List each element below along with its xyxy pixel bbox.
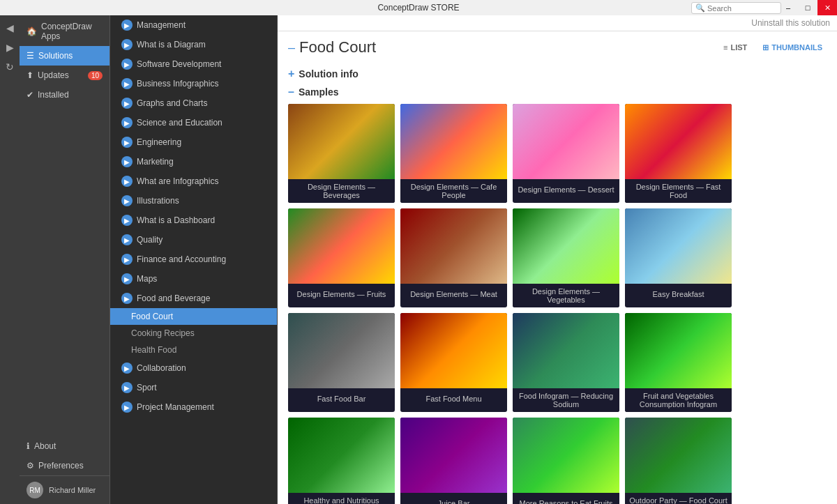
marketing-bullet: ▶ <box>121 156 133 167</box>
tree-item-management[interactable]: ▶ Management <box>110 15 277 35</box>
sidebar-item-solutions[interactable]: ☰ Solutions <box>20 46 110 66</box>
refresh-button[interactable]: ↻ <box>0 57 20 77</box>
solutions-label: Solutions <box>38 51 73 61</box>
science-label: Science and Education <box>137 118 223 128</box>
sidebar-item-preferences[interactable]: ⚙ Preferences <box>20 456 110 475</box>
maps-bullet: ▶ <box>121 273 133 284</box>
what-diagram-bullet: ▶ <box>121 39 133 50</box>
tree-item-business[interactable]: ▶ Business Infographics <box>110 74 277 93</box>
finance-label: Finance and Accounting <box>137 254 226 264</box>
tree-item-sport[interactable]: ▶ Sport <box>110 378 277 397</box>
infographics-bullet: ▶ <box>121 176 133 187</box>
tree-item-what-diagram[interactable]: ▶ What is a Diagram <box>110 35 277 54</box>
tree-item-graphs[interactable]: ▶ Graphs and Charts <box>110 93 277 113</box>
sample-label-outdoor: Outdoor Party — Food Court Area <box>625 493 732 504</box>
samples-toggle[interactable]: – <box>288 86 294 98</box>
collaboration-bullet: ▶ <box>121 362 133 374</box>
sample-card-reasons[interactable]: More Reasons to Eat Fruits <box>513 418 619 504</box>
sample-card-healthy[interactable]: Healthy and Nutritious Pancake Toppings <box>288 418 395 504</box>
tree-item-engineering[interactable]: ▶ Engineering <box>110 132 277 152</box>
tree-item-dashboard[interactable]: ▶ What is a Dashboard <box>110 211 277 230</box>
search-input[interactable] <box>707 4 777 13</box>
project-label: Project Management <box>137 402 214 412</box>
tree-item-collaboration[interactable]: ▶ Collaboration <box>110 358 277 378</box>
sample-card-dessert[interactable]: Design Elements — Dessert <box>513 104 619 203</box>
solution-info-label: Solution info <box>299 68 359 79</box>
forward-button[interactable]: ▶ <box>0 38 20 57</box>
sample-label-people: Design Elements — Cafe People <box>400 179 507 203</box>
tree-child-cooking[interactable]: Cooking Recipes <box>110 325 277 342</box>
tree-child-health[interactable]: Health Food <box>110 342 277 358</box>
sample-card-meat[interactable]: Design Elements — Meat <box>400 208 507 307</box>
sample-thumb-reasons <box>513 418 619 493</box>
cooking-label: Cooking Recipes <box>131 328 195 338</box>
sidebar-item-installed[interactable]: ✔ Installed <box>20 85 110 105</box>
tree-item-science[interactable]: ▶ Science and Education <box>110 113 277 132</box>
business-bullet: ▶ <box>121 78 133 89</box>
about-icon: ℹ <box>27 441 30 451</box>
business-label: Business Infographics <box>137 79 218 89</box>
collapse-title-icon[interactable]: – <box>288 40 295 55</box>
sample-thumb-dessert <box>513 104 619 179</box>
sample-label-fastfood: Design Elements — Fast Food <box>625 179 732 203</box>
content-area: – Food Court ≡ LIST ⊞ THUMBNAILS + <box>278 31 837 504</box>
close-button[interactable]: ✕ <box>817 0 837 15</box>
tree-item-food-beverage[interactable]: ▶ Food and Beverage <box>110 289 277 308</box>
sample-card-people[interactable]: Design Elements — Cafe People <box>400 104 507 203</box>
tree-child-food-court[interactable]: Food Court <box>110 308 277 325</box>
installed-icon: ✔ <box>27 90 33 100</box>
sample-thumb-fastfood <box>625 104 732 179</box>
sample-thumb-foodinfo <box>513 313 619 388</box>
sidebar-item-apps[interactable]: 🏠 ConceptDraw Apps <box>20 17 110 46</box>
engineering-bullet: ▶ <box>121 137 133 148</box>
back-button[interactable]: ◀ <box>0 18 20 38</box>
sample-card-fruits[interactable]: Design Elements — Fruits <box>288 208 395 307</box>
sample-card-foodinfo[interactable]: Food Infogram — Reducing Sodium <box>513 313 619 412</box>
uninstall-link[interactable]: Uninstall this solution <box>751 18 830 28</box>
list-label: LIST <box>730 43 747 52</box>
maximize-button[interactable]: □ <box>798 0 817 15</box>
tree-item-quality[interactable]: ▶ Quality <box>110 230 277 250</box>
sample-card-fastfood[interactable]: Design Elements — Fast Food <box>625 104 732 203</box>
sample-thumb-ffbar <box>288 313 395 388</box>
samples-header[interactable]: – Samples <box>288 86 827 98</box>
minimize-button[interactable]: – <box>778 0 798 15</box>
sample-card-ffmenu[interactable]: Fast Food Menu <box>400 313 507 412</box>
updates-label: Updates <box>38 70 69 80</box>
sample-card-ffbar[interactable]: Fast Food Bar <box>288 313 395 412</box>
tree-item-illustrations[interactable]: ▶ Illustrations <box>110 191 277 211</box>
tree-item-marketing[interactable]: ▶ Marketing <box>110 152 277 171</box>
tree-item-project[interactable]: ▶ Project Management <box>110 397 277 417</box>
science-bullet: ▶ <box>121 117 133 128</box>
sample-thumb-fruits <box>288 208 395 284</box>
list-view-button[interactable]: ≡ LIST <box>719 41 751 54</box>
solution-info-header[interactable]: + Solution info <box>288 68 827 80</box>
finance-bullet: ▶ <box>121 254 133 265</box>
sample-thumb-veg <box>513 208 619 284</box>
sample-card-fruveg[interactable]: Fruit and Vegetables Consumption Infogra… <box>625 313 732 412</box>
tree-item-infographics[interactable]: ▶ What are Infographics <box>110 171 277 191</box>
sample-label-reasons: More Reasons to Eat Fruits <box>513 493 619 504</box>
sidebar-item-updates[interactable]: ⬆ Updates 10 <box>20 66 110 85</box>
sample-card-breakfast[interactable]: Easy Breakfast <box>625 208 732 307</box>
sample-thumb-outdoor <box>625 418 732 493</box>
sample-card-juicebar[interactable]: Juice Bar <box>400 418 507 504</box>
sample-thumb-ffmenu <box>400 313 507 388</box>
sidebar-item-about[interactable]: ℹ About <box>20 436 110 456</box>
tree-item-finance[interactable]: ▶ Finance and Accounting <box>110 250 277 269</box>
app-title: ConceptDraw STORE <box>377 3 459 13</box>
installed-label: Installed <box>38 90 69 100</box>
solution-info-toggle[interactable]: + <box>288 68 294 80</box>
sample-label-breakfast: Easy Breakfast <box>625 284 732 305</box>
thumbnails-view-button[interactable]: ⊞ THUMBNAILS <box>758 41 827 54</box>
software-bullet: ▶ <box>121 59 133 70</box>
thumbnails-icon: ⊞ <box>762 43 769 52</box>
management-label: Management <box>137 20 186 30</box>
tree-item-maps[interactable]: ▶ Maps <box>110 269 277 289</box>
preferences-label: Preferences <box>38 461 84 471</box>
tree-item-software[interactable]: ▶ Software Development <box>110 54 277 74</box>
sample-card-bev[interactable]: Design Elements — Beverages <box>288 104 395 203</box>
sample-card-veg[interactable]: Design Elements — Vegetables <box>513 208 619 307</box>
user-avatar: RM <box>27 482 43 498</box>
sample-card-outdoor[interactable]: Outdoor Party — Food Court Area <box>625 418 732 504</box>
